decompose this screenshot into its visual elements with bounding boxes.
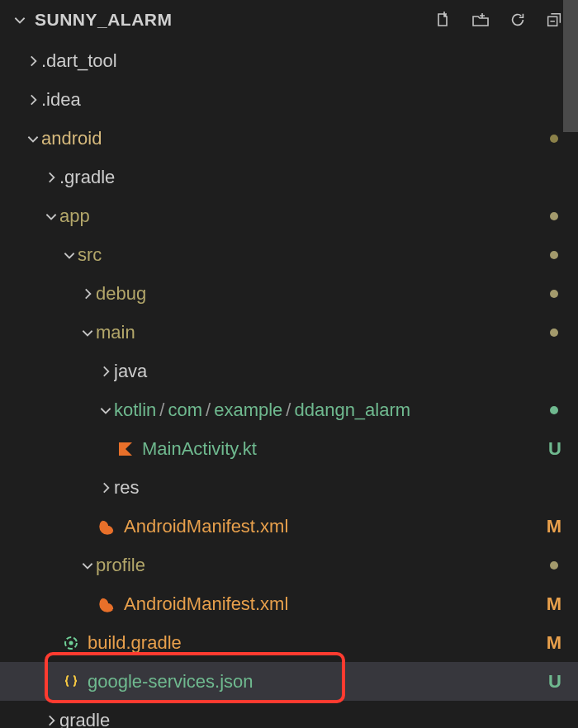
- file-tree: .dart_tool .idea android .gradle app src: [0, 40, 578, 728]
- file-label: AndroidManifest.xml: [124, 593, 578, 615]
- project-title-row[interactable]: SUNNY_ALARM: [12, 10, 173, 30]
- folder-kotlin-path[interactable]: kotlin/com/example/ddangn_alarm: [0, 390, 578, 429]
- explorer-actions: [433, 10, 570, 30]
- git-modified-dot: [550, 290, 558, 298]
- file-google-services[interactable]: google-services.json U: [0, 662, 578, 701]
- git-untracked-dot: [550, 406, 558, 414]
- folder-label: res: [114, 477, 578, 499]
- git-modified-dot: [550, 251, 558, 259]
- git-status-modified: M: [547, 593, 561, 615]
- folder-idea[interactable]: .idea: [0, 80, 578, 119]
- folder-label: profile: [96, 555, 578, 576]
- new-file-icon[interactable]: [433, 10, 452, 30]
- folder-label: android: [41, 128, 578, 149]
- folder-dart-tool[interactable]: .dart_tool: [0, 41, 578, 80]
- folder-gradle[interactable]: gradle: [0, 701, 578, 728]
- folder-profile[interactable]: profile: [0, 546, 578, 584]
- folder-app[interactable]: app: [0, 196, 578, 235]
- file-label: google-services.json: [88, 671, 578, 693]
- git-status-modified: M: [547, 516, 561, 537]
- file-android-manifest-profile[interactable]: AndroidManifest.xml M: [0, 584, 578, 623]
- xml-file-icon: [97, 518, 117, 535]
- chevron-down-icon: [97, 403, 114, 418]
- collapse-all-icon[interactable]: [545, 11, 563, 29]
- chevron-right-icon: [79, 286, 96, 301]
- git-modified-dot: [550, 212, 558, 220]
- folder-android[interactable]: android: [0, 119, 578, 158]
- folder-main[interactable]: main: [0, 313, 578, 352]
- folder-label: java: [114, 361, 578, 382]
- chevron-right-icon: [97, 364, 114, 379]
- folder-java[interactable]: java: [0, 352, 578, 390]
- folder-label: gradle: [59, 710, 578, 729]
- folder-label: src: [78, 244, 578, 266]
- folder-label: debug: [96, 283, 578, 305]
- chevron-right-icon: [97, 480, 114, 495]
- chevron-right-icon: [25, 92, 41, 107]
- chevron-right-icon: [43, 170, 59, 185]
- json-file-icon: [61, 674, 81, 690]
- chevron-down-icon: [79, 558, 96, 573]
- new-folder-icon[interactable]: [471, 10, 490, 30]
- folder-label: app: [59, 206, 578, 227]
- project-title: SUNNY_ALARM: [35, 10, 173, 30]
- folder-src[interactable]: src: [0, 235, 578, 274]
- file-main-activity[interactable]: MainActivity.kt U: [0, 429, 578, 468]
- chevron-down-icon: [43, 209, 59, 224]
- file-label: MainActivity.kt: [142, 438, 578, 460]
- git-modified-dot: [550, 135, 558, 143]
- folder-gradle-hidden[interactable]: .gradle: [0, 158, 578, 196]
- kotlin-file-icon: [116, 441, 135, 457]
- xml-file-icon: [97, 596, 117, 612]
- git-status-modified: M: [547, 632, 561, 654]
- git-status-untracked: U: [548, 438, 561, 460]
- git-status-untracked: U: [548, 671, 561, 693]
- svg-point-1: [69, 641, 73, 645]
- file-label: build.gradle: [88, 632, 578, 654]
- folder-label: .dart_tool: [41, 50, 578, 72]
- vertical-scrollbar[interactable]: [563, 0, 578, 132]
- refresh-icon[interactable]: [509, 11, 527, 29]
- file-build-gradle[interactable]: build.gradle M: [0, 623, 578, 662]
- file-explorer: SUNNY_ALARM .dart_tool .idea: [0, 0, 578, 728]
- chevron-down-icon: [25, 131, 41, 146]
- chevron-down-icon: [61, 248, 78, 262]
- chevron-right-icon: [43, 713, 59, 728]
- folder-label: .gradle: [59, 167, 578, 188]
- file-label: AndroidManifest.xml: [124, 516, 578, 537]
- folder-debug[interactable]: debug: [0, 274, 578, 313]
- folder-label: .idea: [41, 89, 578, 111]
- folder-label: main: [96, 322, 578, 343]
- folder-path-label: kotlin/com/example/ddangn_alarm: [114, 399, 578, 421]
- git-modified-dot: [550, 329, 558, 337]
- chevron-down-icon: [79, 325, 96, 340]
- file-android-manifest-main[interactable]: AndroidManifest.xml M: [0, 507, 578, 546]
- folder-res[interactable]: res: [0, 468, 578, 507]
- chevron-down-icon: [12, 12, 28, 27]
- chevron-right-icon: [25, 54, 41, 69]
- gradle-file-icon: [61, 635, 81, 651]
- git-modified-dot: [550, 561, 558, 570]
- explorer-header: SUNNY_ALARM: [0, 0, 578, 40]
